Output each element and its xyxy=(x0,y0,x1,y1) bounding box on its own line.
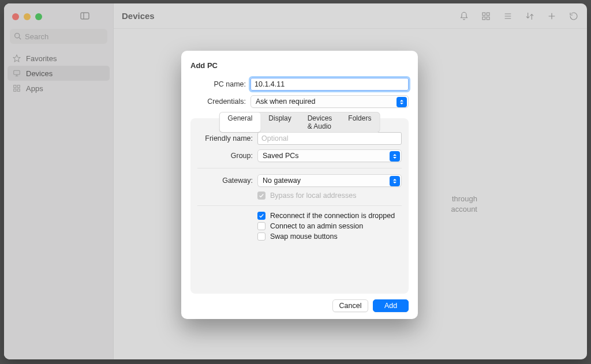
add-button[interactable]: Add xyxy=(373,299,409,312)
bypass-row: Bypass for local addresses xyxy=(257,192,402,200)
group-label: Group: xyxy=(197,152,257,160)
chevron-updown-icon xyxy=(390,176,400,186)
dialog-title: Add PC xyxy=(190,61,409,70)
reconnect-label: Reconnect if the connection is dropped xyxy=(270,212,395,220)
dialog-panel: General Display Devices & Audio Folders … xyxy=(190,118,409,294)
gateway-select[interactable]: No gateway xyxy=(257,174,402,187)
divider xyxy=(197,168,402,168)
admin-session-checkbox[interactable] xyxy=(257,222,265,230)
credentials-value: Ask when required xyxy=(256,97,316,106)
admin-session-label: Connect to an admin session xyxy=(270,222,363,230)
cancel-button[interactable]: Cancel xyxy=(332,299,368,312)
gateway-value: No gateway xyxy=(263,177,301,185)
pc-name-input[interactable] xyxy=(250,78,409,91)
friendly-name-label: Friendly name: xyxy=(197,134,257,142)
chevron-updown-icon xyxy=(390,151,400,162)
credentials-select[interactable]: Ask when required xyxy=(250,95,409,108)
add-pc-dialog: Add PC PC name: Credentials: Ask when re… xyxy=(181,51,418,319)
swap-mouse-row[interactable]: Swap mouse buttons xyxy=(257,232,402,241)
reconnect-row[interactable]: Reconnect if the connection is dropped xyxy=(257,212,402,220)
tab-folders[interactable]: Folders xyxy=(340,112,379,132)
tab-devices-audio[interactable]: Devices & Audio xyxy=(300,112,341,132)
dialog-buttons: Cancel Add xyxy=(190,294,409,312)
swap-mouse-checkbox[interactable] xyxy=(257,232,265,241)
pc-name-label: PC name: xyxy=(190,80,250,88)
tab-bar: General Display Devices & Audio Folders xyxy=(219,112,380,133)
group-value: Saved PCs xyxy=(263,152,299,160)
group-select[interactable]: Saved PCs xyxy=(257,149,402,162)
chevron-updown-icon xyxy=(397,97,407,107)
swap-mouse-label: Swap mouse buttons xyxy=(270,232,338,241)
reconnect-checkbox[interactable] xyxy=(257,212,265,220)
admin-session-row[interactable]: Connect to an admin session xyxy=(257,222,402,230)
app-window: Favorites Devices Apps Devices xyxy=(4,3,587,359)
tab-display[interactable]: Display xyxy=(260,112,299,132)
bypass-label: Bypass for local addresses xyxy=(270,192,356,200)
divider xyxy=(197,205,402,206)
friendly-name-input[interactable] xyxy=(257,132,402,145)
gateway-label: Gateway: xyxy=(197,177,257,185)
tab-general[interactable]: General xyxy=(220,112,261,132)
bypass-checkbox xyxy=(257,192,265,200)
credentials-label: Credentials: xyxy=(190,97,250,106)
